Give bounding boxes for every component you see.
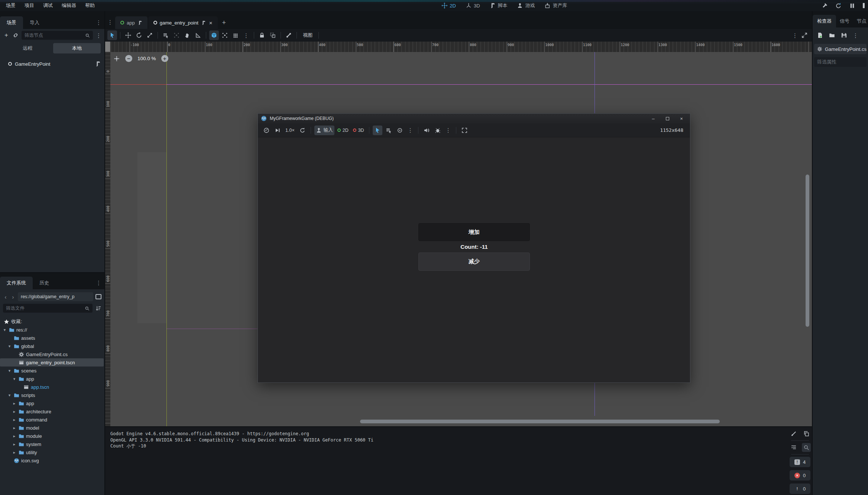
view-menu[interactable]: 视图 [300, 32, 315, 39]
filter-files-input[interactable]: 筛选文件 [3, 304, 93, 313]
file-tree-item[interactable]: ▾scenes [0, 367, 104, 375]
toolbar-overflow-icon[interactable]: ⋮ [792, 33, 798, 38]
select-tool[interactable] [107, 30, 117, 40]
skeleton-button[interactable] [284, 30, 294, 40]
picker-menu[interactable]: ⋮ [406, 127, 415, 133]
file-tree-item[interactable]: ▸app [0, 399, 104, 407]
file-tree-item[interactable]: ▸architecture [0, 407, 104, 416]
scene-tree-menu-icon[interactable]: ⋮ [96, 33, 101, 38]
file-tree-item[interactable]: ▾scripts [0, 391, 104, 399]
add-node-button[interactable]: + [3, 32, 10, 39]
back-icon[interactable]: ‹ [3, 294, 8, 300]
path-field[interactable]: res://global/game_entry_p [18, 292, 93, 301]
mode-2d-button[interactable]: 2D [336, 126, 350, 135]
load-resource-icon[interactable] [829, 32, 835, 38]
game-window-titlebar[interactable]: MyGFrameworkGame (DEBUG) – × [258, 114, 690, 123]
workspace-3[interactable]: 游戏 [517, 2, 535, 9]
file-tree-item[interactable]: ▸model [0, 424, 104, 432]
file-tree-item[interactable]: game_entry_point.tscn [0, 358, 104, 367]
file-tree-item[interactable]: ▾app [0, 375, 104, 383]
sort-files-icon[interactable] [95, 305, 101, 311]
tab-scene[interactable]: 场景 [0, 16, 23, 29]
menu-item-2[interactable]: 调试 [39, 1, 56, 10]
file-tree-item[interactable]: ▾res:// [0, 326, 104, 334]
tree-chevron-icon[interactable]: ▾ [12, 377, 17, 381]
pan-tool[interactable] [182, 30, 192, 40]
tree-chevron-icon[interactable]: ▸ [12, 450, 17, 455]
debug-count-badge[interactable]: ! 4 [790, 457, 810, 467]
tree-chevron-icon[interactable]: ▾ [2, 328, 7, 332]
scale-tool[interactable] [145, 30, 155, 40]
scene-tab-1[interactable]: game_entry_point × [148, 16, 218, 29]
scene-dock-menu-icon[interactable]: ⋮ [96, 19, 101, 26]
pick-list-button[interactable] [384, 126, 393, 135]
tree-chevron-icon[interactable]: ▾ [7, 344, 12, 349]
search-output-button[interactable] [802, 443, 811, 452]
workspace-1[interactable]: 3D [466, 3, 480, 9]
speed-label[interactable]: 1.0× [284, 126, 296, 135]
file-tree-item[interactable]: app.tscn [0, 383, 104, 391]
canvas-vertical-scrollbar[interactable] [806, 175, 809, 327]
file-tree-item[interactable]: ▸system [0, 440, 104, 448]
instance-scene-icon[interactable] [13, 32, 19, 38]
forward-icon[interactable]: › [10, 294, 16, 300]
zoom-in-button[interactable]: + [161, 55, 168, 62]
file-tree-item[interactable]: icon.svg [0, 456, 104, 465]
movie-tool-icon[interactable] [822, 2, 828, 9]
workspace-0[interactable]: 2D [441, 3, 456, 9]
decrease-button[interactable]: 减少 [418, 253, 530, 271]
remote-toggle[interactable]: 远程 [4, 43, 52, 53]
close-tab-icon[interactable]: × [209, 20, 213, 26]
tab-filesystem[interactable]: 文件系统 [0, 277, 33, 289]
edited-object-selector[interactable]: GameEntryPoint.cs [814, 44, 867, 54]
tree-chevron-icon[interactable]: ▸ [12, 401, 17, 406]
clipped-run-icon[interactable] [863, 3, 867, 9]
pause-icon[interactable] [849, 2, 855, 9]
canvas-horizontal-scrollbar[interactable] [360, 420, 720, 423]
pick-cursor-button[interactable] [373, 126, 382, 135]
audio-toggle[interactable] [422, 126, 431, 135]
new-scene-tab-button[interactable]: + [218, 16, 230, 29]
tab-signals[interactable]: 信号 [836, 15, 853, 27]
file-tree-item[interactable]: GameEntryPoint.cs [0, 350, 104, 358]
inspector-menu-icon[interactable]: ⋮ [853, 33, 858, 38]
fullscreen-button[interactable] [460, 126, 469, 135]
tab-node[interactable]: 节点 [853, 15, 868, 27]
file-tree-item[interactable]: ▸command [0, 416, 104, 424]
file-tree-item[interactable]: ▸module [0, 432, 104, 440]
grid-snap-toggle[interactable] [231, 30, 240, 40]
menu-item-3[interactable]: 编辑器 [58, 1, 80, 10]
tree-chevron-icon[interactable]: ▸ [12, 417, 17, 422]
restart-icon[interactable] [835, 2, 842, 9]
tab-import[interactable]: 导入 [23, 16, 46, 29]
menu-item-4[interactable]: 帮助 [81, 1, 98, 10]
tree-chevron-icon[interactable]: ▾ [7, 368, 12, 373]
expand-bottom-panel-icon[interactable] [801, 32, 807, 39]
filesystem-menu-icon[interactable]: ⋮ [96, 280, 101, 286]
filter-nodes-input[interactable]: 筛选节点 [22, 31, 93, 40]
menu-item-1[interactable]: 项目 [21, 1, 38, 10]
attached-script-icon[interactable] [95, 61, 101, 67]
snap-options-menu[interactable]: ⋮ [242, 33, 251, 38]
lock-button[interactable] [257, 30, 267, 40]
workspace-4[interactable]: 资产库 [545, 2, 567, 9]
center-view-icon[interactable] [113, 55, 120, 62]
reset-speed-button[interactable] [298, 126, 307, 135]
next-frame-button[interactable] [273, 126, 282, 135]
close-button[interactable]: × [676, 116, 687, 121]
collapse-output-button[interactable] [789, 443, 798, 452]
file-tree-item[interactable]: 收藏: [0, 317, 104, 326]
tab-history[interactable]: 历史 [33, 277, 56, 289]
group-button[interactable] [268, 30, 278, 40]
zoom-level[interactable]: 100.0 % [137, 56, 156, 61]
tree-chevron-icon[interactable]: ▸ [12, 434, 17, 439]
file-tree-item[interactable]: ▸utility [0, 448, 104, 456]
2d-canvas[interactable]: − 100.0 % + MyGFrameworkGame (DEBUG) – × [110, 52, 812, 426]
smart-snap-toggle[interactable] [209, 30, 219, 40]
move-tool[interactable] [123, 30, 133, 40]
warning-count-badge[interactable]: ! 0 [790, 483, 810, 494]
tab-inspector[interactable]: 检查器 [813, 15, 836, 27]
clear-output-button[interactable] [789, 429, 798, 438]
scene-root-node[interactable]: GameEntryPoint [0, 59, 104, 68]
minimize-button[interactable]: – [648, 116, 659, 121]
